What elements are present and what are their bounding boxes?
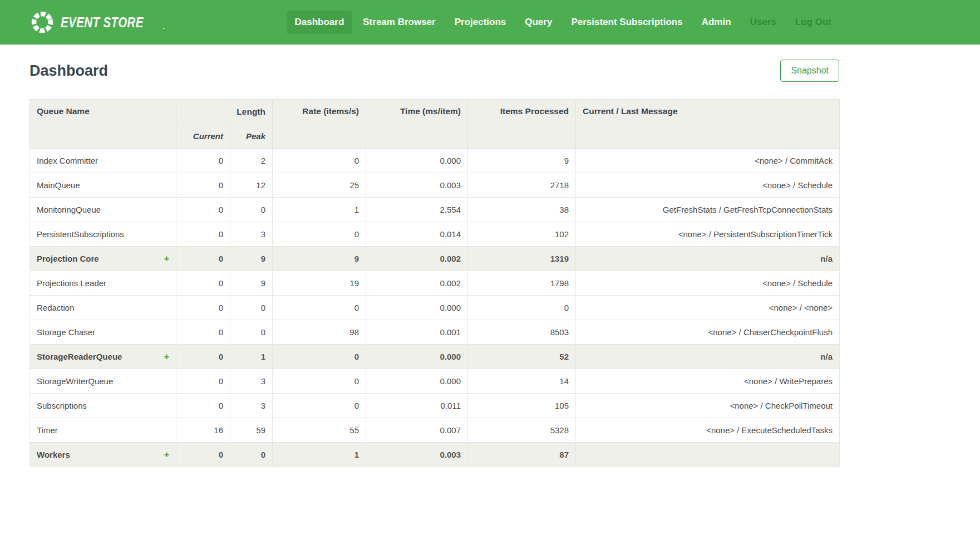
header-peak: Peak (230, 124, 273, 149)
table-row: Subscriptions + 0 3 0 0.011 105 <none> /… (30, 394, 840, 418)
time-cell: 0.003 (366, 443, 468, 467)
rate-cell: 0 (273, 149, 366, 173)
table-row: Projections Leader + 0 9 19 0.002 1798 <… (30, 271, 840, 296)
nav-item-admin[interactable]: Admin (694, 11, 739, 34)
page-header: Dashboard Snapshot (29, 60, 839, 82)
current-cell: 0 (176, 369, 230, 394)
nav-item-stream-browser[interactable]: Stream Browser (355, 11, 443, 34)
peak-cell: 0 (230, 320, 273, 345)
rate-cell: 9 (273, 247, 366, 271)
message-cell (576, 443, 840, 467)
items-processed-cell: 5328 (468, 418, 576, 443)
peak-cell: 2 (230, 149, 273, 173)
brand-suffix: . (162, 23, 164, 35)
expand-plus-icon[interactable]: + (164, 450, 169, 460)
message-cell: n/a (576, 247, 840, 271)
table-row: Projection Core + 0 9 9 0.002 1319 n/a (30, 247, 840, 271)
queue-name-label: MainQueue (37, 180, 80, 190)
header-length: Length (176, 100, 273, 124)
header-queue-name: Queue Name (30, 100, 176, 149)
expand-plus-icon[interactable]: + (164, 254, 169, 264)
time-cell: 0.002 (366, 247, 468, 271)
message-cell: n/a (576, 345, 840, 369)
time-cell: 0.000 (366, 296, 468, 320)
table-row: PersistentSubscriptions + 0 3 0 0.014 10… (30, 222, 840, 247)
message-cell: <none> / CommitAck (576, 149, 840, 173)
items-processed-cell: 52 (468, 345, 576, 369)
nav-menu: Dashboard Stream Browser Projections Que… (287, 11, 839, 34)
nav-item-users[interactable]: Users (742, 11, 784, 34)
message-cell: <none> / WritePrepares (576, 369, 840, 394)
message-cell: <none> / Schedule (576, 173, 840, 198)
peak-cell: 3 (230, 369, 273, 394)
table-row: Storage Chaser + 0 0 98 0.001 8503 <none… (30, 320, 840, 345)
rate-cell: 0 (273, 222, 366, 247)
current-cell: 0 (176, 320, 230, 345)
time-cell: 0.002 (366, 271, 468, 296)
table-header: Queue Name Length Rate (items/s) Time (m… (30, 100, 840, 149)
items-processed-cell: 102 (468, 222, 576, 247)
nav-item-projections[interactable]: Projections (447, 11, 514, 34)
event-store-ring-icon (29, 9, 55, 35)
message-cell: GetFreshStats / GetFreshTcpConnectionSta… (576, 198, 840, 222)
peak-cell: 0 (230, 296, 273, 320)
current-cell: 0 (176, 443, 230, 467)
rate-cell: 19 (273, 271, 366, 296)
queue-name-cell: MonitoringQueue + (30, 198, 176, 222)
items-processed-cell: 2718 (468, 173, 576, 198)
time-cell: 0.014 (366, 222, 468, 247)
peak-cell: 3 (230, 394, 273, 418)
message-cell: <none> / <none> (576, 296, 840, 320)
queue-name-cell: Projections Leader + (30, 271, 176, 296)
queues-table: Queue Name Length Rate (items/s) Time (m… (29, 99, 840, 467)
items-processed-cell: 87 (468, 443, 576, 467)
message-cell: <none> / ChaserCheckpointFlush (576, 320, 840, 345)
queue-name-cell: Index Committer + (30, 149, 176, 173)
time-cell: 0.000 (366, 345, 468, 369)
nav-item-persistent-subscriptions[interactable]: Persistent Subscriptions (563, 11, 690, 34)
current-cell: 0 (176, 173, 230, 198)
queue-name-label: MonitoringQueue (37, 205, 101, 214)
brand-logo[interactable]: EVENT STORE . (29, 9, 165, 35)
table-row: MonitoringQueue + 0 0 1 2.554 38 GetFres… (30, 198, 840, 222)
table-body: Index Committer + 0 2 0 0.000 9 <none> /… (30, 149, 840, 467)
message-cell: <none> / Schedule (576, 271, 840, 296)
current-cell: 0 (176, 345, 230, 369)
nav-item-dashboard[interactable]: Dashboard (287, 11, 352, 34)
rate-cell: 0 (273, 296, 366, 320)
time-cell: 2.554 (366, 198, 468, 222)
items-processed-cell: 38 (468, 198, 576, 222)
table-row: StorageReaderQueue + 0 1 0 0.000 52 n/a (30, 345, 840, 369)
top-navbar: EVENT STORE . Dashboard Stream Browser P… (0, 0, 980, 45)
rate-cell: 55 (273, 418, 366, 443)
items-processed-cell: 1319 (468, 247, 576, 271)
peak-cell: 0 (230, 443, 273, 467)
table-row: Redaction + 0 0 0 0.000 0 <none> / <none… (30, 296, 840, 320)
table-row: Workers + 0 0 1 0.003 87 (30, 443, 840, 467)
header-current: Current (176, 124, 230, 149)
message-cell: <none> / PersistentSubscriptionTimerTick (576, 222, 840, 247)
queue-name-cell: PersistentSubscriptions + (30, 222, 176, 247)
header-time: Time (ms/item) (366, 100, 468, 149)
rate-cell: 25 (273, 173, 366, 198)
header-message: Current / Last Message (576, 100, 840, 149)
time-cell: 0.011 (366, 394, 468, 418)
snapshot-button[interactable]: Snapshot (780, 60, 839, 82)
items-processed-cell: 0 (468, 296, 576, 320)
queue-name-label: PersistentSubscriptions (37, 229, 124, 239)
queue-name-label: Redaction (37, 303, 75, 312)
items-processed-cell: 9 (468, 149, 576, 173)
message-cell: <none> / CheckPollTimeout (576, 394, 840, 418)
rate-cell: 1 (273, 443, 366, 467)
items-processed-cell: 105 (468, 394, 576, 418)
nav-item-query[interactable]: Query (517, 11, 560, 34)
queue-name-cell: Storage Chaser + (30, 320, 176, 345)
expand-plus-icon[interactable]: + (164, 352, 169, 362)
current-cell: 0 (176, 149, 230, 173)
nav-item-log-out[interactable]: Log Out (787, 11, 839, 34)
queue-name-label: Projections Leader (37, 278, 106, 288)
queue-name-label: Subscriptions (37, 401, 87, 410)
current-cell: 16 (176, 418, 230, 443)
queue-name-cell: StorageReaderQueue + (30, 345, 176, 369)
peak-cell: 9 (230, 271, 273, 296)
